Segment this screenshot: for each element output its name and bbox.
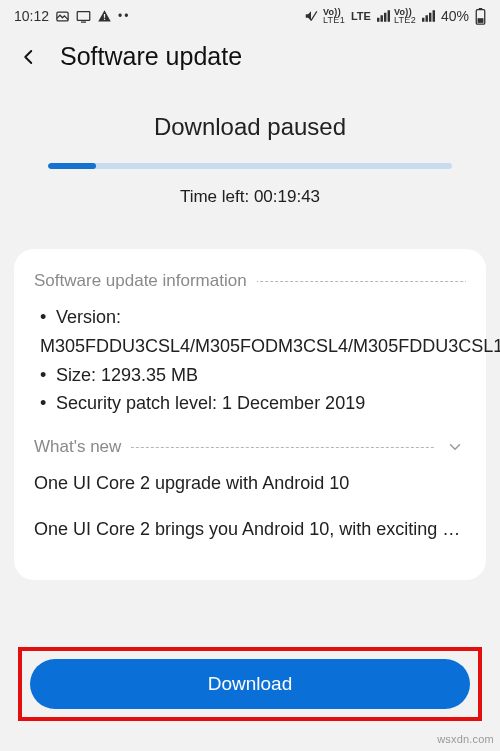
info-size: Size: 1293.35 MB: [40, 361, 466, 390]
info-header: Software update information: [34, 271, 466, 291]
svg-rect-7: [478, 18, 484, 23]
chevron-down-icon: [444, 436, 466, 458]
progress-fill: [48, 163, 96, 169]
signal2-icon: [422, 10, 435, 22]
app-bar: Software update: [0, 32, 500, 93]
watermark: wsxdn.com: [437, 733, 494, 745]
status-bar: 10:12 •• Vo)) LTE1 LTE Vo)) LTE2 40%: [0, 0, 500, 32]
info-patch: Security patch level: 1 December 2019: [40, 389, 466, 418]
volte1-indicator: Vo)) LTE1: [323, 8, 345, 24]
status-left: 10:12 ••: [14, 8, 130, 24]
divider-dots: [131, 447, 434, 448]
more-icon: ••: [118, 9, 130, 23]
progress-bar: [48, 163, 452, 169]
status-right: Vo)) LTE1 LTE Vo)) LTE2 40%: [303, 8, 486, 25]
volte2-indicator: Vo)) LTE2: [394, 8, 416, 24]
lte-label: LTE: [351, 10, 371, 22]
time-left: Time left: 00:19:43: [30, 187, 470, 207]
download-status-section: Download paused Time left: 00:19:43: [0, 93, 500, 231]
svg-rect-1: [77, 11, 90, 20]
battery-pct: 40%: [441, 8, 469, 24]
download-status: Download paused: [30, 113, 470, 141]
divider-dots: [257, 281, 466, 282]
back-button[interactable]: [18, 46, 40, 68]
info-version: Version: M305FDDU3CSL4/M305FODM3CSL4/M30…: [40, 303, 466, 361]
bottom-bar: Download: [0, 647, 500, 721]
annotation-highlight: Download: [18, 647, 482, 721]
svg-rect-2: [104, 14, 105, 18]
clock: 10:12: [14, 8, 49, 24]
whatsnew-header[interactable]: What's new: [34, 436, 466, 458]
battery-icon: [475, 8, 486, 25]
picture-icon: [55, 9, 70, 24]
whatsnew-line1: One UI Core 2 upgrade with Android 10: [34, 470, 466, 498]
page-title: Software update: [60, 42, 242, 71]
whatsnew-body: One UI Core 2 upgrade with Android 10 On…: [34, 470, 466, 544]
whatsnew-heading: What's new: [34, 437, 121, 457]
cast-icon: [76, 10, 91, 23]
info-list: Version: M305FDDU3CSL4/M305FODM3CSL4/M30…: [34, 303, 466, 418]
mute-icon: [303, 9, 319, 23]
svg-line-4: [311, 11, 317, 20]
whatsnew-line2: One UI Core 2 brings you Android 10, wit…: [34, 516, 466, 544]
signal1-icon: [377, 10, 390, 22]
info-card: Software update information Version: M30…: [14, 249, 486, 580]
download-button[interactable]: Download: [30, 659, 470, 709]
info-heading: Software update information: [34, 271, 247, 291]
svg-rect-3: [104, 18, 105, 19]
warning-icon: [97, 9, 112, 24]
